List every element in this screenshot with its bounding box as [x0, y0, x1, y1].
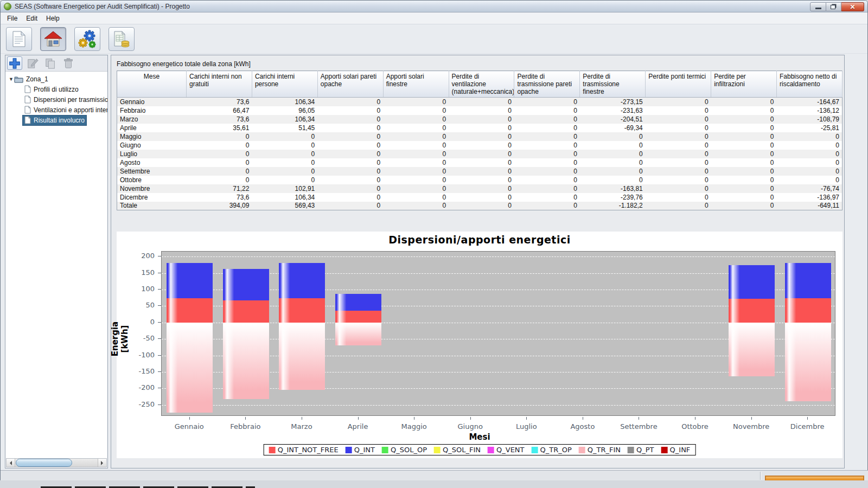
table-row[interactable]: Dicembre73,6106,340000-239,7600-136,97 [117, 193, 843, 202]
table-row[interactable]: Totale394,09569,430000-1.182,200-649,11 [117, 202, 843, 210]
x-tick [245, 417, 246, 420]
y-tick [158, 273, 161, 273]
column-header[interactable]: Carichi interni non gratuiti [187, 71, 252, 98]
add-zone-button[interactable] [7, 56, 22, 70]
table-row[interactable]: Maggio0000000000 [117, 132, 843, 141]
menu-item-help[interactable]: Help [42, 13, 64, 24]
table-cell: -25,81 [777, 124, 843, 132]
restore-button[interactable] [826, 2, 841, 11]
tree-node-dispersioni[interactable]: Dispersioni per trasmissione [23, 95, 107, 105]
new-project-button[interactable] [6, 27, 32, 51]
column-header[interactable]: Carichi interni persone [252, 71, 317, 98]
column-header[interactable]: Perdite di trasmissione finestre [580, 71, 646, 98]
table-cell: 0 [580, 132, 646, 141]
table-cell: 0 [317, 115, 383, 124]
table-cell: 35,61 [187, 124, 252, 132]
column-header[interactable]: Perdite per infiltrazioni [711, 71, 777, 98]
report-button[interactable] [108, 27, 135, 51]
table-cell: 0 [449, 202, 514, 210]
bar-segment-Q_INT [729, 265, 775, 299]
legend-swatch-Q_SOL_OP [382, 447, 388, 453]
x-tick-label: Marzo [275, 422, 329, 431]
table-cell: 0 [383, 158, 449, 167]
table-row[interactable]: Agosto0000000000 [117, 158, 843, 167]
legend-swatch-Q_TR_OP [532, 447, 538, 453]
table-row[interactable]: Aprile35,6151,450000-69,3400-25,81 [117, 124, 843, 132]
bar-segment-Q_TR_FIN [335, 323, 381, 345]
delete-zone-button[interactable] [61, 56, 76, 70]
column-header[interactable]: Perdite ponti termici [646, 71, 711, 98]
results-table-body: Gennaio73,6106,340000-273,1500-164,67Feb… [117, 98, 843, 210]
column-header[interactable]: Apporti solari pareti opache [317, 71, 383, 98]
menu-item-file[interactable]: File [3, 13, 22, 24]
x-tick-label: Novembre [724, 422, 778, 431]
column-header[interactable]: Fabbisogno netto di riscaldamento [777, 71, 843, 98]
x-tick [583, 417, 583, 420]
table-cell: 0 [449, 115, 514, 124]
table-cell: 0 [514, 193, 580, 202]
column-header[interactable]: Apporti solari finestre [383, 71, 449, 98]
table-cell: -136,97 [777, 193, 843, 202]
table-cell: 0 [252, 176, 317, 184]
table-cell: 569,43 [252, 202, 317, 210]
bar-segment-Q_TR_FIN [729, 323, 775, 377]
chart-legend: Q_INT_NOT_FREEQ_INTQ_SOL_OPQ_SOL_FINQ_VE… [264, 444, 696, 455]
table-row[interactable]: Giugno0000000000 [117, 141, 843, 150]
column-header[interactable]: Perdite di trasmissione pareti opache [514, 71, 580, 98]
scroll-right-arrow[interactable] [98, 459, 106, 467]
settings-button[interactable] [74, 27, 100, 51]
tree-node-ventilazioni[interactable]: Ventilazioni e apporti interni [23, 105, 107, 115]
table-cell: 0 [711, 132, 777, 141]
close-button[interactable]: ✕ [841, 2, 864, 11]
home-icon [44, 30, 62, 48]
minimize-button[interactable] [810, 2, 826, 11]
table-cell: 0 [711, 202, 777, 210]
home-button[interactable] [40, 27, 66, 51]
x-tick-label: Maggio [387, 422, 441, 431]
legend-label: Q_TR_FIN [588, 446, 621, 454]
table-row[interactable]: Settembre0000000000 [117, 167, 843, 176]
bar-segment-Q_INT [335, 294, 381, 311]
menu-item-edit[interactable]: Edit [22, 13, 42, 24]
legend-item: Q_SOL_FIN [434, 446, 481, 454]
edit-zone-button[interactable] [25, 56, 40, 70]
table-cell: 0 [383, 202, 449, 210]
table-cell: 0 [580, 141, 646, 150]
column-header[interactable]: Mese [117, 71, 187, 98]
table-cell: 0 [711, 158, 777, 167]
table-row[interactable]: Luglio0000000000 [117, 150, 843, 158]
table-cell: 0 [317, 202, 383, 210]
table-cell: 0 [514, 141, 580, 150]
x-tick-label: Aprile [331, 422, 385, 431]
duplicate-zone-button[interactable] [43, 56, 58, 70]
window-titlebar[interactable]: SEAS (Software Energetico per Audit Semp… [1, 1, 867, 12]
scroll-left-arrow[interactable] [7, 459, 15, 467]
table-row[interactable]: Novembre71,22102,910000-163,8100-76,74 [117, 184, 843, 193]
table-cell: 0 [514, 98, 580, 106]
table-cell: 0 [252, 167, 317, 176]
table-cell: 0 [449, 167, 514, 176]
tree-node-label: Risultati involucro [34, 117, 85, 124]
table-cell: 0 [646, 150, 711, 158]
table-row[interactable]: Febbraio66,4796,050000-231,6300-136,12 [117, 106, 843, 115]
table-cell: Maggio [117, 132, 187, 141]
tree-node-zona1[interactable]: ▼ Zona_1 [5, 74, 107, 84]
table-cell: -164,67 [777, 98, 843, 106]
y-tick-label: -100 [127, 351, 155, 359]
tree-expand-icon[interactable]: ▼ [9, 76, 14, 82]
x-tick [358, 417, 359, 420]
y-tick-label: -250 [127, 400, 155, 408]
x-tick-label: Agosto [556, 422, 610, 431]
table-row[interactable]: Marzo73,6106,340000-204,5100-108,79 [117, 115, 843, 124]
scrollbar-thumb[interactable] [16, 459, 72, 467]
table-row[interactable]: Ottobre0000000000 [117, 176, 843, 184]
results-table: MeseCarichi interni non gratuitiCarichi … [117, 70, 843, 210]
column-header[interactable]: Perdite di ventilazione (naturale+meccan… [449, 71, 514, 98]
duplicate-icon [44, 57, 56, 69]
sidebar-horizontal-scrollbar[interactable] [6, 458, 107, 467]
tree-node-profili[interactable]: Profili di utilizzo [23, 85, 80, 94]
table-row[interactable]: Gennaio73,6106,340000-273,1500-164,67 [117, 98, 843, 106]
tree-node-risultati[interactable]: Risultati involucro [23, 115, 86, 125]
table-cell: 0 [580, 167, 646, 176]
table-cell: 0 [383, 150, 449, 158]
